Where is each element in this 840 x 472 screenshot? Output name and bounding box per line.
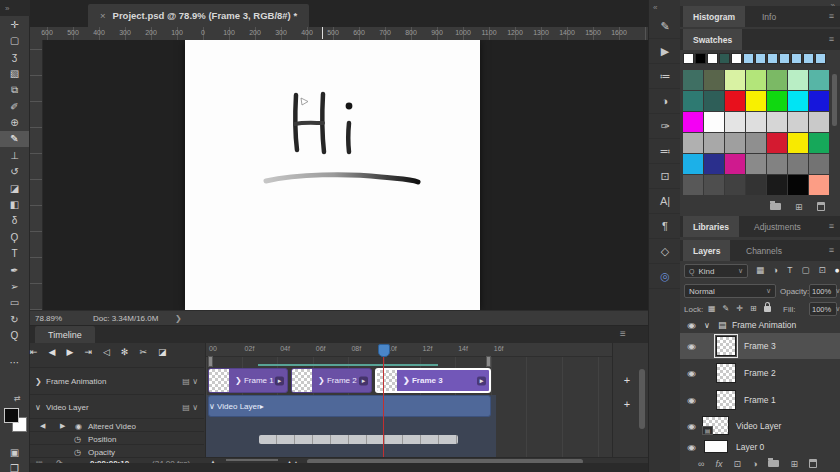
toolbar-collapse[interactable]: » — [0, 0, 30, 16]
swatch[interactable] — [767, 133, 787, 153]
sync-panel-icon[interactable]: ◎ — [649, 264, 681, 289]
actions-play-panel-icon[interactable]: ▶ — [649, 39, 681, 64]
clone-source-panel-icon[interactable]: ⊡ — [649, 164, 681, 189]
layer-row[interactable]: ◉Frame 1 — [680, 387, 840, 413]
delete-swatch-icon[interactable] — [817, 202, 825, 213]
swatch[interactable] — [704, 112, 724, 132]
add-media-button[interactable]: + — [621, 399, 633, 411]
swatch[interactable] — [704, 175, 724, 195]
track-header-position[interactable]: ◷ Position — [30, 431, 204, 445]
recent-swatch[interactable] — [683, 53, 694, 64]
canvas-viewport[interactable] — [42, 40, 648, 310]
layer-effects-icon[interactable]: fx — [715, 459, 722, 469]
add-mask-icon[interactable]: ⊡ — [733, 459, 741, 469]
healing-brush-tool[interactable]: ⊕ — [0, 114, 29, 130]
swatch[interactable] — [725, 70, 745, 90]
swatch[interactable] — [809, 133, 829, 153]
lock-all-icon[interactable] — [764, 303, 771, 314]
work-area-end[interactable] — [486, 356, 491, 367]
lock-position-icon[interactable]: ✛ — [736, 304, 743, 313]
layer-row[interactable]: ◉∨▤Frame Animation — [680, 317, 840, 332]
layer-row[interactable]: ◉Layer 0 — [680, 438, 840, 455]
rectangle-tool[interactable]: ▭ — [0, 295, 29, 311]
layer-row[interactable]: ◉▤Video Layer — [680, 414, 840, 437]
layer-filter-kind-select[interactable]: Q Kind ∨ — [684, 264, 748, 278]
paragraph-panel-icon[interactable]: ¶ — [649, 214, 681, 239]
swap-colors-icon[interactable]: ⇄ — [14, 394, 21, 403]
pen-tool[interactable]: ✒ — [0, 262, 29, 278]
path-selection-tool[interactable]: ➢ — [0, 278, 29, 294]
recent-swatch[interactable] — [743, 53, 754, 64]
video-layer-clip[interactable]: ∨ Video Layer ▸ — [208, 395, 491, 417]
clip-options-icon[interactable]: ▸ — [260, 402, 264, 411]
recent-swatch[interactable] — [719, 53, 730, 64]
swatch[interactable] — [767, 175, 787, 195]
type-tool[interactable]: T — [0, 245, 29, 261]
clip-options-icon[interactable]: ▸ — [477, 376, 486, 385]
swatch[interactable] — [725, 112, 745, 132]
go-to-previous-frame-icon[interactable]: ◀ — [49, 347, 56, 357]
strip-collapse[interactable]: « — [649, 0, 681, 14]
swatch[interactable] — [683, 133, 703, 153]
eyedropper-tool[interactable]: ✐ — [0, 98, 29, 114]
timeline-menu-icon[interactable]: ≡ — [620, 328, 626, 339]
go-to-first-frame-icon[interactable]: ⇤ — [30, 347, 38, 357]
quick-mask-tool[interactable]: ▣ — [0, 444, 29, 460]
audio-icon[interactable]: ◁ — [103, 347, 110, 357]
timeline-vertical-scrollbar[interactable] — [639, 369, 645, 429]
swatches-scrollbar[interactable] — [832, 74, 837, 126]
track-header-opacity[interactable]: ◷ Opacity — [30, 444, 204, 458]
playhead[interactable] — [378, 344, 390, 357]
rect-marquee-tool[interactable]: ▢ — [0, 32, 29, 48]
opacity-select[interactable]: 100% ∨ — [809, 284, 837, 298]
zoom-tool[interactable]: Q — [0, 327, 29, 343]
swatch[interactable] — [809, 70, 829, 90]
history-brush-tool[interactable]: ↺ — [0, 164, 29, 180]
filter-pixel-layers-icon[interactable]: ▦ — [756, 265, 764, 275]
lasso-tool[interactable]: ʒ — [0, 49, 29, 65]
settings-gear-icon[interactable]: ✻ — [121, 347, 129, 357]
filter-adjustment-layers-icon[interactable]: ◑ — [773, 265, 778, 275]
recent-swatch[interactable] — [695, 53, 706, 64]
timeline-ruler[interactable]: 0002f04f06f08f10f12f14f16f — [206, 343, 613, 357]
rotate-view-tool[interactable]: ↻ — [0, 311, 29, 327]
paint-bucket-tool[interactable]: ◧ — [0, 196, 29, 212]
panel-menu-icon[interactable]: ≡ — [829, 245, 834, 255]
recent-swatch[interactable] — [707, 53, 718, 64]
track-header-frame-animation[interactable]: ❯ Frame Animation ▤ ∨ — [30, 367, 204, 394]
tab-histogram[interactable]: Histogram — [683, 6, 745, 27]
new-adjustment-layer-icon[interactable]: ◑ — [752, 459, 757, 469]
eye-icon[interactable]: ◉ — [687, 342, 696, 351]
eye-icon[interactable]: ◉ — [687, 442, 696, 451]
tab-info[interactable]: Info — [752, 6, 786, 27]
transition-icon[interactable]: ◪ — [158, 347, 167, 357]
swatch[interactable] — [704, 70, 724, 90]
brushes-panel-icon[interactable]: ✑ — [649, 114, 681, 139]
recent-swatch[interactable] — [767, 53, 778, 64]
swatch[interactable] — [788, 133, 808, 153]
panel-menu-icon[interactable]: ≡ — [829, 11, 834, 21]
filter-toggle-icon[interactable]: ● — [835, 265, 840, 275]
swatch[interactable] — [725, 91, 745, 111]
swatch[interactable] — [683, 112, 703, 132]
status-chevron-icon[interactable]: ❯ — [175, 314, 182, 323]
eye-icon[interactable]: ◉ — [687, 369, 696, 378]
toolbar-options-tool[interactable]: ⋯ — [0, 354, 29, 370]
layer-row[interactable]: ◉Frame 2 — [680, 360, 840, 386]
track-header-video-layer[interactable]: ∨ Video Layer ▤ ∨ — [30, 394, 204, 418]
recent-swatch[interactable] — [731, 53, 742, 64]
delete-layer-icon[interactable] — [809, 459, 817, 470]
swatch[interactable] — [746, 91, 766, 111]
play-icon[interactable]: ▶ — [66, 347, 73, 357]
close-icon[interactable]: × — [100, 10, 106, 21]
brush-settings-panel-icon[interactable]: ✎ — [649, 14, 681, 39]
link-layers-icon[interactable]: ∞ — [698, 459, 704, 469]
recent-swatch[interactable] — [815, 53, 826, 64]
swatch[interactable] — [767, 112, 787, 132]
go-to-next-frame-icon[interactable]: ⇥ — [84, 347, 92, 357]
swatch[interactable] — [746, 175, 766, 195]
filter-shape-layers-icon[interactable]: ▢ — [801, 265, 809, 275]
stopwatch-icon[interactable]: ◷ — [74, 434, 81, 443]
layer-row[interactable]: ◉Frame 3 — [680, 333, 840, 359]
color-wheel-panel-icon[interactable]: ◑ — [649, 89, 681, 114]
